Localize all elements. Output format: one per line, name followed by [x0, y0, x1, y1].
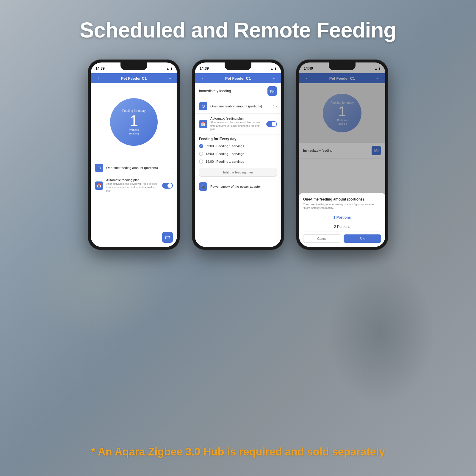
imm-text-2: Immediately feeding [199, 89, 231, 93]
power-icon: 🔌 [199, 182, 207, 191]
app-title-1: Pet Feeder C1 [102, 76, 166, 81]
app-header-1: ‹ Pet Feeder C1 ··· [91, 73, 177, 83]
modal-overlay: One-time feeding amount (portions) The c… [299, 62, 385, 247]
notch-2 [225, 62, 251, 70]
cancel-button[interactable]: Cancel [303, 234, 341, 243]
feeding-label-1: Feeding for today [122, 109, 145, 112]
back-btn-2[interactable]: ‹ [199, 76, 206, 81]
menu-text-2-1: One-time feeding amount (portions) [210, 104, 270, 108]
schedule-3: 19:00 | Feeding 1 servings [195, 158, 281, 165]
phone-2: 14:39 ▲ ▮ ‹ Pet Feeder C1 ··· Immediatel… [192, 60, 284, 250]
menu-main-1-1: One-time feeding amount (portions) [106, 166, 166, 170]
modal-buttons: Cancel OK [303, 234, 381, 243]
menu-main-2-1: One-time feeding amount (portions) [210, 104, 270, 108]
wifi-icon-1: ▲ [166, 67, 169, 70]
menu-main-1-2: Automatic feeding plan [106, 178, 159, 182]
schedule-dot-1 [199, 144, 203, 148]
phones-container: 14:39 ▲ ▮ ‹ Pet Feeder C1 ··· Feeding fo… [0, 60, 476, 250]
time-1: 14:39 [95, 66, 105, 71]
menu-text-1-1: One-time feeding amount (portions) [106, 166, 166, 170]
power-text: Power supply of the power adapter [210, 185, 261, 188]
wifi-icon-2: ▲ [270, 67, 273, 70]
phone-1-screen: 14:39 ▲ ▮ ‹ Pet Feeder C1 ··· Feeding fo… [91, 62, 177, 247]
calendar-icon-2: 📅 [199, 120, 207, 128]
notch-1 [120, 62, 147, 70]
modal-option-2[interactable]: 2 Portions [303, 222, 381, 231]
more-btn-1[interactable]: ··· [166, 76, 173, 81]
more-btn-2[interactable]: ··· [270, 76, 277, 81]
toggle-1[interactable] [162, 183, 173, 189]
footer-note: * An Aqara Zigbee 3.0 Hub is required an… [0, 446, 476, 458]
modal-option-1[interactable]: 1 Portions [303, 213, 381, 222]
schedule-dot-3 [199, 159, 203, 164]
menu-text-1-2: Automatic feeding plan After activation,… [106, 178, 159, 193]
feed-btn-2[interactable]: 🍽 [267, 86, 277, 96]
back-btn-1[interactable]: ‹ [95, 76, 102, 81]
schedule-1: 09:00 | Feeding 1 servings [195, 142, 281, 150]
phone-3: 14:40 ▲ ▮ ‹ Pet Feeder C1 ··· Feeding fo… [296, 60, 388, 250]
page-title: Scheduled and Remote Feeding [0, 18, 476, 42]
menu-item-2-1[interactable]: ⏱ One-time feeding amount (portions) 1 › [195, 99, 281, 114]
schedule-text-3: 19:00 | Feeding 1 servings [206, 160, 244, 163]
app-title-2: Pet Feeder C1 [206, 76, 270, 81]
modal-desc: The current setting of one serving is ab… [303, 203, 381, 210]
time-2: 14:39 [200, 66, 209, 71]
battery-icon-2: ▮ [275, 67, 276, 70]
clock-icon-1: ⏱ [95, 164, 103, 172]
menu-sub-1-2: After activation, the device will feed i… [106, 182, 159, 193]
menu-text-2-2: Automatic feeding plan After activation,… [210, 117, 263, 131]
notch-3 [329, 62, 356, 70]
menu-item-2-2[interactable]: 📅 Automatic feeding plan After activatio… [195, 114, 281, 134]
ok-button[interactable]: OK [344, 234, 381, 243]
status-icons-2: ▲ ▮ [270, 67, 276, 70]
schedule-2: 13:00 | Feeding 1 servings [195, 150, 281, 158]
clock-icon-2: ⏱ [199, 102, 207, 110]
calendar-icon-1: 📅 [95, 181, 103, 190]
power-item[interactable]: 🔌 Power supply of the power adapter [195, 179, 281, 194]
phone-1: 14:39 ▲ ▮ ‹ Pet Feeder C1 ··· Feeding fo… [88, 60, 180, 250]
menu-item-1-1[interactable]: ⏱ One-time feeding amount (portions) 1 › [91, 161, 177, 175]
phone-2-screen: 14:39 ▲ ▮ ‹ Pet Feeder C1 ··· Immediatel… [195, 62, 281, 247]
feeding-number-1: 1 [130, 113, 138, 129]
schedule-text-1: 09:00 | Feeding 1 servings [206, 144, 244, 148]
schedule-dot-2 [199, 152, 203, 156]
menu-arrow-1-1: 1 › [169, 166, 173, 170]
toggle-2[interactable] [266, 121, 277, 127]
app-header-2: ‹ Pet Feeder C1 ··· [195, 73, 281, 83]
menu-sub-2-2: After activation, the device will feed i… [210, 121, 263, 131]
feed-button-1[interactable]: 🍽 [162, 232, 173, 243]
modal-title: One-time feeding amount (portions) [303, 197, 381, 201]
menu-main-2-2: Automatic feeding plan [210, 117, 263, 120]
feeding-portions-1: Portions [129, 129, 139, 131]
imm-top-2: Immediately feeding 🍽 [195, 83, 281, 99]
status-icons-1: ▲ ▮ [166, 67, 172, 70]
circle-area-1: Feeding for today 1 Portions Total 8 g 🍽 [91, 83, 177, 161]
phone-3-screen: 14:40 ▲ ▮ ‹ Pet Feeder C1 ··· Feeding fo… [299, 62, 385, 247]
menu-arrow-2-1: 1 › [273, 104, 277, 108]
schedule-text-2: 13:00 | Feeding 1 servings [206, 152, 244, 156]
menu-item-1-2[interactable]: 📅 Automatic feeding plan After activatio… [91, 175, 177, 196]
edit-plan-btn[interactable]: Edit the feeding plan [199, 168, 277, 177]
feeding-total-1: Total 8 g [129, 132, 139, 135]
modal-content: One-time feeding amount (portions) The c… [299, 193, 385, 247]
feeding-circle-1: Feeding for today 1 Portions Total 8 g [110, 98, 158, 146]
battery-icon-1: ▮ [170, 67, 172, 70]
schedule-title-2: Feeding for Every day [195, 134, 281, 142]
